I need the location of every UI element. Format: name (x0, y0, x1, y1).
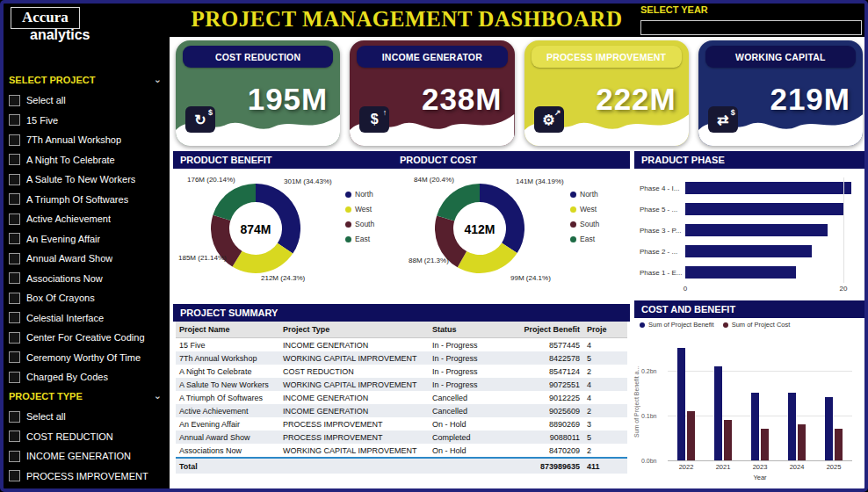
bar-sum-of-project-cost[interactable] (761, 429, 769, 460)
checkbox-icon[interactable] (9, 430, 20, 442)
kpi-card-cost-reduction[interactable]: COST REDUCTION↻$195M (176, 40, 340, 146)
phase-bar[interactable] (685, 245, 812, 257)
table-row[interactable]: A Salute To New WorkersWORKING CAPITAL I… (176, 378, 627, 391)
checkbox-icon[interactable] (9, 470, 20, 481)
total-cell (429, 458, 499, 474)
checkbox-icon[interactable] (9, 213, 20, 225)
sidebar-project-item[interactable]: 7Th Annual Workshop (9, 130, 167, 150)
bar-sum-of-project-benefit[interactable] (677, 348, 685, 460)
donut-slice-north[interactable] (256, 184, 300, 254)
checkbox-icon[interactable] (9, 134, 20, 146)
checkbox-icon[interactable] (9, 154, 20, 165)
checkbox-icon[interactable] (9, 411, 20, 423)
kpi-card-working-capital[interactable]: WORKING CAPITAL⇄$219M (698, 40, 863, 146)
donut-slice-east[interactable] (437, 184, 480, 221)
legend-item[interactable]: Sum of Project Cost (723, 321, 791, 329)
bar-sum-of-project-benefit[interactable] (788, 393, 796, 460)
sidebar-project-item[interactable]: Select all (9, 90, 167, 111)
legend-item-east[interactable]: East (345, 235, 374, 243)
sidebar-project-item[interactable]: Ceremony Worthy Of Time (9, 348, 167, 368)
column-header-status[interactable]: Status (429, 322, 499, 338)
checkbox-icon[interactable] (9, 451, 20, 462)
bar-sum-of-project-benefit[interactable] (751, 393, 759, 460)
sidebar-project-item[interactable]: Box Of Crayons (9, 288, 167, 308)
table-row[interactable]: 7Th Annual WorkshopWORKING CAPITAL IMPRO… (176, 351, 627, 365)
checkbox-icon[interactable] (9, 332, 20, 344)
x-axis-tick: 20 (840, 285, 848, 293)
table-row[interactable]: Associations NowWORKING CAPITAL IMPROVEM… (176, 444, 627, 458)
donut-slice-east[interactable] (213, 184, 256, 221)
sidebar-type-item[interactable]: PROCESS IMPROVEMENT (9, 467, 167, 487)
kpi-card-process-improvement[interactable]: PROCESS IMPROVEMENT⚙↗222M (524, 40, 689, 146)
bar-sum-of-project-cost[interactable] (724, 420, 732, 460)
table-row[interactable]: Active AchievementINCOME GENERATIONCance… (176, 404, 627, 417)
legend-item-west[interactable]: West (570, 205, 599, 213)
legend-item-west[interactable]: West (345, 205, 374, 213)
y-axis-title: Sum of Project Benefit a... (633, 343, 640, 460)
project-type-header[interactable]: PROJECT TYPE ⌄ (9, 390, 162, 402)
table-row[interactable]: An Evening AffairPROCESS IMPROVEMENTOn -… (176, 417, 627, 430)
legend-dot-icon (723, 322, 728, 328)
sidebar-project-item[interactable]: Celestial Interface (9, 308, 167, 329)
select-project-header[interactable]: SELECT PROJECT ⌄ (9, 74, 162, 85)
bar-group-2021 (705, 339, 741, 460)
sidebar-type-item[interactable]: COST REDUCTION (9, 427, 167, 447)
bar-sum-of-project-cost[interactable] (835, 429, 843, 460)
donut-slice-west[interactable] (458, 242, 517, 273)
legend-item-south[interactable]: South (345, 220, 374, 228)
sidebar-project-item[interactable]: A Salute To New Workers (9, 170, 167, 190)
sidebar-project-item[interactable]: 15 Five (9, 111, 167, 131)
kpi-card-income-generator[interactable]: INCOME GENERATOR$↑238M (350, 40, 514, 146)
column-header-project-benefit[interactable]: Project Benefit (499, 322, 583, 338)
sidebar-type-item[interactable]: Select all (9, 407, 167, 427)
column-header-project-name[interactable]: Project Name (176, 322, 279, 338)
checkbox-icon[interactable] (9, 312, 20, 323)
bar-sum-of-project-benefit[interactable] (825, 397, 833, 460)
bar-sum-of-project-benefit[interactable] (714, 366, 722, 460)
table-row[interactable]: A Triumph Of SoftwaresINCOME GENERATIONC… (176, 391, 627, 404)
phase-bar[interactable] (685, 224, 828, 236)
checkbox-icon[interactable] (9, 272, 20, 284)
checkbox-icon[interactable] (9, 253, 20, 264)
sidebar-type-item[interactable]: INCOME GENERATION (9, 446, 167, 467)
phase-bar[interactable] (685, 182, 851, 194)
sidebar-project-item[interactable]: Charged By Codes (9, 367, 167, 387)
chevron-down-icon[interactable]: ⌄ (154, 74, 162, 85)
checkbox-icon[interactable] (9, 174, 20, 185)
bar-sum-of-project-cost[interactable] (687, 411, 695, 460)
column-header-project-type[interactable]: Project Type (279, 322, 429, 338)
table-row[interactable]: 15 FiveINCOME GENERATIONIn - Progress857… (176, 338, 627, 352)
legend-item-north[interactable]: North (345, 190, 374, 199)
checkbox-icon[interactable] (9, 233, 20, 244)
legend-item[interactable]: Sum of Project Benefit (640, 321, 714, 329)
sidebar-project-item[interactable]: Associations Now (9, 269, 167, 289)
sidebar-project-item[interactable]: Annual Award Show (9, 249, 167, 269)
legend-item-south[interactable]: South (570, 220, 599, 228)
legend-item-east[interactable]: East (570, 235, 599, 243)
checkbox-icon[interactable] (9, 114, 20, 126)
sidebar-project-item[interactable]: A Night To Celebrate (9, 150, 167, 170)
kpi-cards-row: COST REDUCTION↻$195MINCOME GENERATOR$↑23… (176, 40, 863, 146)
donut-slice-north[interactable] (480, 184, 524, 253)
chevron-down-icon[interactable]: ⌄ (154, 390, 162, 402)
column-header-proje[interactable]: Proje (583, 322, 627, 338)
slicer-item-label: Charged By Codes (26, 372, 108, 382)
bar-sum-of-project-cost[interactable] (798, 424, 806, 460)
checkbox-icon[interactable] (9, 351, 20, 363)
legend-item-north[interactable]: North (570, 190, 599, 199)
year-slicer[interactable] (640, 20, 862, 35)
sidebar-project-item[interactable]: An Evening Affair (9, 229, 167, 250)
checkbox-icon[interactable] (9, 95, 20, 106)
sidebar-project-item[interactable]: Center For Creative Coding (9, 328, 167, 348)
sidebar-project-item[interactable]: Active Achievement (9, 209, 167, 229)
phase-bar[interactable] (685, 266, 796, 279)
table-row[interactable]: A Night To CelebrateCOST REDUCTIONIn - P… (176, 365, 627, 378)
table-row[interactable]: Annual Award ShowPROCESS IMPROVEMENTComp… (176, 430, 627, 444)
donut-slice-west[interactable] (233, 243, 293, 273)
checkbox-icon[interactable] (9, 193, 20, 205)
checkbox-icon[interactable] (9, 293, 20, 304)
bar-group-2024 (778, 339, 815, 460)
sidebar-project-item[interactable]: A Triumph Of Softwares (9, 190, 167, 210)
phase-bar[interactable] (685, 203, 843, 215)
checkbox-icon[interactable] (9, 372, 20, 383)
